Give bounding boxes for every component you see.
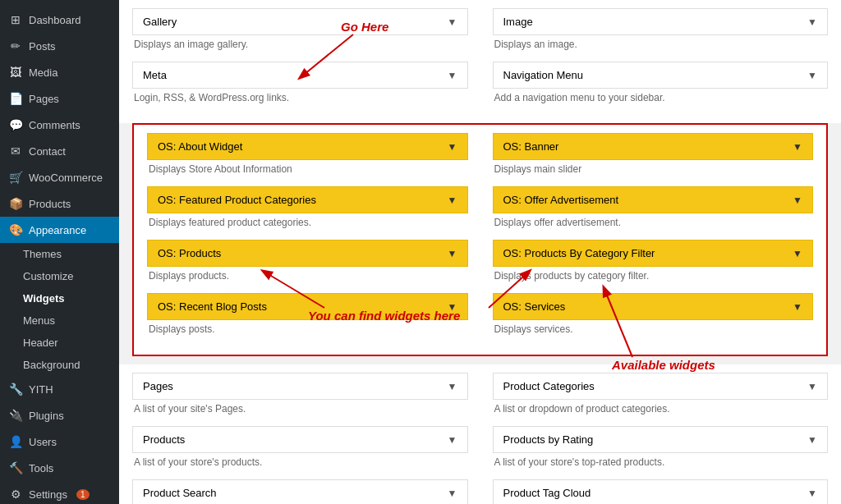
product-categories-row: Product Categories ▼ A list or dropdown … [493,373,829,421]
tools-icon: 🔨 [8,461,23,474]
sidebar-item-background[interactable]: Background [23,354,119,376]
appearance-icon: 🎨 [8,223,23,236]
meta-widget-row: Meta ▼ Login, RSS, & WordPress.org links… [132,62,468,110]
sidebar-item-woocommerce[interactable]: 🛒 WooCommerce [0,164,119,190]
os-products-dropdown[interactable]: OS: Products ▼ [147,240,468,267]
products-chevron: ▼ [448,434,457,446]
sidebar-item-media[interactable]: 🖼 Media [0,59,119,85]
products-rating-row: Products by Rating ▼ A list of your stor… [493,426,829,474]
os-offer-chevron: ▼ [793,195,802,206]
os-products-category-dropdown[interactable]: OS: Products By Category Filter ▼ [493,240,814,267]
gallery-widget-row: Gallery ▼ Displays an image gallery. [132,8,468,57]
os-featured-row: OS: Featured Product Categories ▼ Displa… [147,186,468,235]
bottom-widget-grid: Pages ▼ A list of your site's Pages. Pro… [132,373,828,504]
bottom-widget-area: Pages ▼ A list of your site's Pages. Pro… [119,364,841,504]
contact-icon: ✉ [8,144,23,158]
image-chevron: ▼ [807,16,817,28]
nav-menu-dropdown[interactable]: Navigation Menu ▼ [493,62,829,89]
products-desc: A list of your store's products. [132,456,468,468]
sidebar-item-appearance[interactable]: 🎨 Appearance [0,217,119,243]
woocommerce-icon: 🛒 [8,171,23,184]
products-rating-desc: A list of your store's top-rated product… [493,456,829,468]
settings-icon: ⚙ [8,488,23,501]
os-products-category-desc: Displays products by category filter. [493,270,814,282]
sidebar-item-plugins[interactable]: 🔌 Plugins [0,402,119,428]
dashboard-icon: ⊞ [8,13,23,26]
sidebar-item-header[interactable]: Header [23,332,119,354]
meta-dropdown[interactable]: Meta ▼ [132,62,468,89]
os-blog-desc: Displays posts. [147,323,468,335]
os-services-row: OS: Services ▼ Displays services. [493,293,814,341]
os-about-row: OS: About Widget ▼ Displays Store About … [147,133,468,181]
sidebar-item-dashboard[interactable]: ⊞ Dashboard [0,7,119,33]
os-banner-desc: Displays main slider [493,163,814,175]
os-blog-chevron: ▼ [448,301,457,313]
products-rating-chevron: ▼ [807,434,817,446]
os-offer-dropdown[interactable]: OS: Offer Advertisement ▼ [493,186,814,213]
os-blog-row: OS: Recent Blog Posts ▼ Displays posts. [147,293,468,341]
sidebar-item-themes[interactable]: Themes [23,243,119,265]
pages-dropdown[interactable]: Pages ▼ [132,373,468,400]
pages-chevron: ▼ [448,381,457,392]
sidebar-item-pages[interactable]: 📄 Pages [0,85,119,112]
os-featured-dropdown[interactable]: OS: Featured Product Categories ▼ [147,186,468,213]
settings-badge: 1 [76,489,90,500]
sidebar-item-comments[interactable]: 💬 Comments [0,112,119,138]
product-search-dropdown[interactable]: Product Search ▼ [132,479,468,504]
sidebar-item-settings[interactable]: ⚙ Settings 1 [0,481,119,504]
products-rating-dropdown[interactable]: Products by Rating ▼ [493,426,829,453]
products-widget-row: Products ▼ A list of your store's produc… [132,426,468,474]
nav-menu-chevron: ▼ [807,70,817,81]
product-categories-desc: A list or dropdown of product categories… [493,403,829,415]
sidebar-item-products[interactable]: 📦 Products [0,190,119,217]
os-products-chevron: ▼ [448,248,457,259]
gallery-dropdown[interactable]: Gallery ▼ [132,8,468,35]
os-banner-row: OS: Banner ▼ Displays main slider [493,133,814,181]
top-widget-grid: Gallery ▼ Displays an image gallery. Ima… [132,8,828,115]
highlighted-widget-area: OS: About Widget ▼ Displays Store About … [132,123,828,356]
pages-widget-row: Pages ▼ A list of your site's Pages. [132,373,468,421]
sidebar-item-users[interactable]: 👤 Users [0,428,119,455]
products-dropdown[interactable]: Products ▼ [132,426,468,453]
appearance-submenu: Themes Customize Widgets Menus Header Ba… [0,243,119,376]
sidebar-item-widgets[interactable]: Widgets [23,287,119,309]
product-search-row: Product Search ▼ [132,479,468,504]
product-tag-cloud-chevron: ▼ [807,488,817,499]
yith-icon: 🔧 [8,383,23,396]
pages-icon: 📄 [8,92,23,105]
os-banner-dropdown[interactable]: OS: Banner ▼ [493,133,814,160]
os-products-category-chevron: ▼ [793,248,802,259]
image-dropdown[interactable]: Image ▼ [493,8,829,35]
products-icon: 📦 [8,197,23,210]
os-about-chevron: ▼ [448,141,457,153]
os-products-category-row: OS: Products By Category Filter ▼ Displa… [493,240,814,288]
os-featured-chevron: ▼ [448,195,457,206]
top-widget-area: Gallery ▼ Displays an image gallery. Ima… [119,0,841,123]
product-categories-dropdown[interactable]: Product Categories ▼ [493,373,829,400]
media-icon: 🖼 [8,66,23,79]
os-products-desc: Displays products. [147,270,468,282]
sidebar-item-tools[interactable]: 🔨 Tools [0,455,119,481]
os-about-dropdown[interactable]: OS: About Widget ▼ [147,133,468,160]
os-banner-chevron: ▼ [793,141,802,153]
gallery-desc: Displays an image gallery. [132,39,468,50]
os-offer-desc: Displays offer advertisement. [493,217,814,228]
comments-icon: 💬 [8,118,23,131]
os-about-desc: Displays Store About Information [147,163,468,175]
pages-desc: A list of your site's Pages. [132,403,468,415]
gallery-chevron: ▼ [448,16,457,28]
os-blog-dropdown[interactable]: OS: Recent Blog Posts ▼ [147,293,468,320]
image-widget-row: Image ▼ Displays an image. [493,8,829,57]
os-services-desc: Displays services. [493,323,814,335]
sidebar-item-customize[interactable]: Customize [23,265,119,287]
os-services-dropdown[interactable]: OS: Services ▼ [493,293,814,320]
sidebar-item-menus[interactable]: Menus [23,309,119,332]
product-search-chevron: ▼ [448,488,457,499]
os-featured-desc: Displays featured product categories. [147,217,468,228]
sidebar-item-posts[interactable]: ✏ Posts [0,33,119,59]
product-tag-cloud-row: Product Tag Cloud ▼ [493,479,829,504]
sidebar-item-yith[interactable]: 🔧 YITH [0,376,119,402]
sidebar-item-contact[interactable]: ✉ Contact [0,138,119,164]
posts-icon: ✏ [8,39,23,53]
product-tag-cloud-dropdown[interactable]: Product Tag Cloud ▼ [493,479,829,504]
